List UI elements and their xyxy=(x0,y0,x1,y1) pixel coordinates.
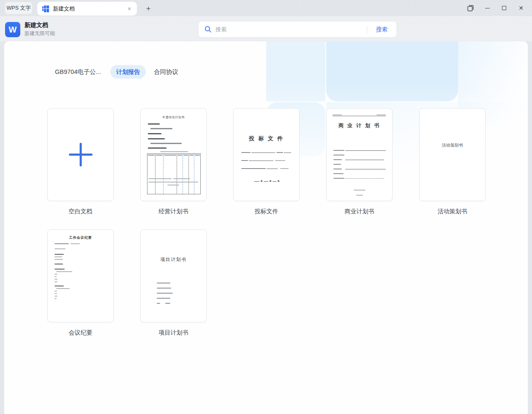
template-label: 会议纪要 xyxy=(47,329,114,337)
category-gb9704[interactable]: GB9704电子公... xyxy=(55,65,101,79)
writer-app-logo: W xyxy=(5,22,20,37)
minimize-icon xyxy=(485,8,490,8)
template-thumbnail: 商 业 计 划 书 xyxy=(326,108,393,201)
app-menu-button[interactable]: WPS 文字 xyxy=(5,2,32,14)
template-card-event-plan[interactable]: 活动策划书 活动策划书 xyxy=(419,108,486,215)
template-panel: GB9704电子公... 计划报告 合同协议 空白文档 年度经营计划书 xyxy=(4,41,528,414)
close-button[interactable]: ✕ xyxy=(513,0,529,16)
titlebar: WPS 文字 新建文档 ✕ ＋ xyxy=(0,0,532,16)
template-thumbnail: 项目计划书 xyxy=(140,229,207,322)
page-subtitle: 新建无限可能 xyxy=(25,30,55,37)
page-title: 新建文档 xyxy=(25,22,48,29)
maximize-icon xyxy=(502,6,506,10)
minimize-button[interactable] xyxy=(479,0,496,16)
template-thumbnail: 工作会议纪要 xyxy=(47,229,114,322)
template-label: 空白文档 xyxy=(47,208,114,215)
search-bar: 搜索 xyxy=(199,22,396,37)
tab-list-icon[interactable] xyxy=(462,0,479,16)
template-card-business-operation-plan[interactable]: 年度经营计划书 xyxy=(140,108,207,215)
new-tab-button[interactable]: ＋ xyxy=(144,3,153,13)
wps-grid-logo-icon xyxy=(42,5,49,12)
header: W 新建文档 新建无限可能 搜索 xyxy=(0,16,532,41)
tab-title: 新建文档 xyxy=(53,5,125,13)
category-contract[interactable]: 合同协议 xyxy=(154,65,178,79)
tab-close-icon[interactable]: ✕ xyxy=(125,5,134,13)
plus-icon xyxy=(69,143,93,166)
template-card-blank[interactable]: 空白文档 xyxy=(47,108,114,215)
template-label: 项目计划书 xyxy=(140,329,207,337)
template-thumbnail: 活动策划书 xyxy=(419,108,486,201)
template-label: 投标文件 xyxy=(233,208,300,215)
search-icon xyxy=(205,26,212,33)
template-label: 商业计划书 xyxy=(326,208,393,215)
category-tabs: GB9704电子公... 计划报告 合同协议 xyxy=(4,65,528,79)
maximize-button[interactable] xyxy=(496,0,513,16)
template-thumbnail: 年度经营计划书 xyxy=(140,108,207,201)
template-card-project-plan[interactable]: 项目计划书 项目计划书 xyxy=(140,229,207,337)
template-card-business-plan[interactable]: 商 业 计 划 书 商业计划书 xyxy=(326,108,393,215)
wps-new-document-window: WPS 文字 新建文档 ✕ ＋ xyxy=(0,0,532,414)
thumbnail-table xyxy=(147,153,201,194)
template-label: 经营计划书 xyxy=(140,208,207,215)
close-icon: ✕ xyxy=(518,5,524,11)
window-controls: ✕ xyxy=(462,0,529,16)
search-button[interactable]: 搜索 xyxy=(367,26,396,33)
search-input[interactable] xyxy=(216,22,367,37)
template-card-bid-document[interactable]: 投 标 文 件 投标文件 xyxy=(233,108,300,215)
tab-new-document[interactable]: 新建文档 ✕ xyxy=(37,2,137,16)
thumbnail-date-line xyxy=(254,180,281,182)
template-card-meeting-minutes[interactable]: 工作会议纪要 会议纪要 xyxy=(47,229,114,337)
template-thumbnail: 投 标 文 件 xyxy=(233,108,300,201)
category-plan-report[interactable]: 计划报告 xyxy=(110,65,146,79)
template-label: 活动策划书 xyxy=(419,208,486,215)
